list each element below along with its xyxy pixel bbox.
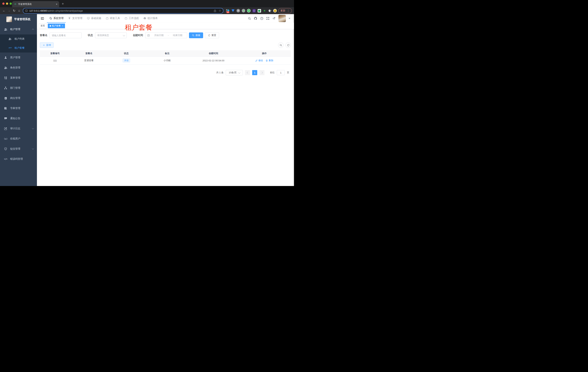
browser-window: 芋道管理系统 × + ← → ↻ ⌂ 127.0.0.1:48080/admin… xyxy=(0,0,294,186)
search-icon[interactable] xyxy=(248,17,251,20)
pagination: 共 1 条 10条/页 1 前往 页 xyxy=(39,70,289,75)
total-count: 共 1 条 xyxy=(216,71,224,74)
extension-greendot-icon[interactable] xyxy=(242,9,245,12)
reload-icon[interactable]: ↻ xyxy=(11,8,17,13)
sidebar-item-audit-log[interactable]: 审计日志 xyxy=(0,124,37,134)
extension-gem-icon[interactable] xyxy=(231,9,235,12)
browser-menu-dots-icon[interactable]: ⋮ xyxy=(287,9,290,12)
goto-page-input[interactable] xyxy=(277,70,285,75)
help-icon[interactable] xyxy=(260,17,263,20)
avatar-caret-down-icon[interactable] xyxy=(289,18,290,19)
tab-favicon-plant-icon xyxy=(14,3,17,6)
chevron-left-icon xyxy=(247,72,249,74)
sidebar-collapse-icon[interactable] xyxy=(39,15,45,21)
github-icon[interactable] xyxy=(254,17,257,20)
tab-close-icon[interactable]: × xyxy=(56,3,57,5)
date-range-picker[interactable]: 开始日期 - 结束日期 xyxy=(145,32,187,38)
prev-page-button[interactable] xyxy=(245,70,250,75)
package-icon xyxy=(8,46,12,50)
table-header-row: 套餐编号 套餐名 状态 备注 创建时间 操作 xyxy=(40,50,291,56)
page-content: 套餐名 状态 请选择状态 创建时间 开始日期 xyxy=(37,29,294,186)
bookmark-star-icon[interactable]: ☆ xyxy=(219,9,221,12)
address-bar[interactable]: 127.0.0.1:48080/admin-ui/system/tenant/p… xyxy=(23,8,223,14)
sidebar-item-sms-management[interactable]: 短信管理 xyxy=(0,144,37,154)
update-label: 更新 xyxy=(280,9,285,12)
cell-remark: 小功能 xyxy=(145,59,189,62)
extension-shield-icon[interactable] xyxy=(252,9,256,12)
search-button[interactable]: 搜索 xyxy=(189,32,203,38)
user-avatar[interactable] xyxy=(278,15,286,22)
reset-button[interactable]: 重置 xyxy=(205,32,219,38)
refresh-table-button[interactable] xyxy=(285,43,291,48)
forward-icon[interactable]: → xyxy=(7,8,11,13)
extension-chat-icon[interactable] xyxy=(257,9,261,12)
sidebar-item-tenant-list[interactable]: 租户列表 xyxy=(0,34,37,43)
site-info-icon[interactable] xyxy=(25,9,28,12)
nav-item-infrastructure[interactable]: 基础设施 xyxy=(84,14,103,23)
packages-table: 套餐编号 套餐名 状态 备注 创建时间 操作 111 普通套餐 开启 小功能 2… xyxy=(40,50,291,64)
sidebar-item-notice[interactable]: 通知公告 xyxy=(0,113,37,124)
home-icon[interactable]: ⌂ xyxy=(17,8,22,13)
nav-item-workflow[interactable]: 工作流程 xyxy=(122,14,141,23)
active-tag-dot xyxy=(50,25,51,27)
browser-tab[interactable]: 芋道管理系统 × xyxy=(12,1,59,7)
close-window-button[interactable] xyxy=(2,2,5,5)
share-icon[interactable] xyxy=(213,9,217,12)
create-time-label: 创建时间 xyxy=(133,34,143,37)
macos-traffic-lights xyxy=(2,2,12,5)
chrome-update-button[interactable]: 更新 ⋮ xyxy=(278,8,292,13)
calendar-icon xyxy=(147,34,150,37)
font-size-icon[interactable] xyxy=(272,17,276,20)
edit-link[interactable]: 修改 xyxy=(255,59,263,62)
tag-tenant-package[interactable]: 租户套餐 × xyxy=(48,23,65,28)
app-logo[interactable]: 芋道管理系统 xyxy=(0,14,37,24)
message-icon xyxy=(4,117,7,120)
cell-package-name: 普通套餐 xyxy=(70,59,108,62)
page-size-select[interactable]: 10条/页 xyxy=(226,70,243,75)
sidebar-item-online-users[interactable]: 在线用户 xyxy=(0,134,37,144)
tag-close-icon[interactable]: × xyxy=(62,25,63,27)
status-select[interactable]: 请选择状态 xyxy=(95,32,127,38)
code-icon: </> xyxy=(4,157,7,161)
browser-toolbar: ← → ↻ ⌂ 127.0.0.1:48080/admin-ui/system/… xyxy=(0,7,294,14)
url-host: 127.0.0.1:48080 xyxy=(29,10,47,12)
sidebar-item-role-management[interactable]: 角色管理 xyxy=(0,63,37,73)
sidebar-item-department-management[interactable]: 部门管理 xyxy=(0,83,37,93)
sidebar-item-dict-management[interactable]: 字典管理 xyxy=(0,103,37,113)
extension-badge: 10 xyxy=(226,11,229,13)
nav-item-payment[interactable]: ¥ 支付管理 xyxy=(66,14,84,23)
start-date-placeholder: 开始日期 xyxy=(151,34,166,37)
tag-home[interactable]: 首页 xyxy=(39,23,47,28)
sidebar-item-tenant-package[interactable]: 租户套餐 xyxy=(0,43,37,53)
fullscreen-icon[interactable] xyxy=(266,17,270,20)
extension-star-icon[interactable]: ✶ xyxy=(263,9,266,12)
nav-item-dev-tools[interactable]: 研发工具 xyxy=(103,14,122,23)
profile-avatar-emoji[interactable] xyxy=(273,9,277,12)
new-tab-button[interactable]: + xyxy=(62,2,64,6)
sidebar-item-tenant-management[interactable]: 租户管理 xyxy=(0,24,37,34)
next-page-button[interactable] xyxy=(259,70,264,75)
url-path: /admin-ui/system/tenant/package xyxy=(47,10,83,12)
sidebar-item-post-management[interactable]: 岗位管理 xyxy=(0,93,37,103)
back-icon[interactable]: ← xyxy=(1,8,7,13)
sidebar-item-menu-management[interactable]: 菜单管理 xyxy=(0,73,37,83)
sidebar-item-error-code[interactable]: </> 错误码管理 xyxy=(0,154,37,164)
extension-tabs-icon[interactable]: 10 xyxy=(226,9,230,12)
extension-vue-icon[interactable]: V xyxy=(247,9,251,12)
nav-item-system[interactable]: 系统管理 xyxy=(47,14,66,23)
add-button[interactable]: 新增 xyxy=(40,43,53,48)
sidebar-item-user-management[interactable]: 用户管理 xyxy=(0,53,37,63)
current-page-button[interactable]: 1 xyxy=(252,70,257,75)
user-icon xyxy=(4,56,7,59)
extensions-puzzle-icon[interactable] xyxy=(268,9,272,12)
extension-command-icon[interactable]: ⌘ xyxy=(236,9,240,12)
url-text[interactable]: 127.0.0.1:48080/admin-ui/system/tenant/p… xyxy=(29,10,212,12)
show-search-toggle-button[interactable] xyxy=(278,43,284,48)
nav-item-reports[interactable]: 统计报表 xyxy=(141,14,160,23)
zoom-window-button[interactable] xyxy=(10,2,12,5)
package-name-input[interactable] xyxy=(50,32,82,38)
delete-link[interactable]: 删除 xyxy=(266,59,273,62)
yen-icon: ¥ xyxy=(68,17,71,20)
minimize-window-button[interactable] xyxy=(6,2,8,5)
chevron-down-icon xyxy=(32,148,34,149)
